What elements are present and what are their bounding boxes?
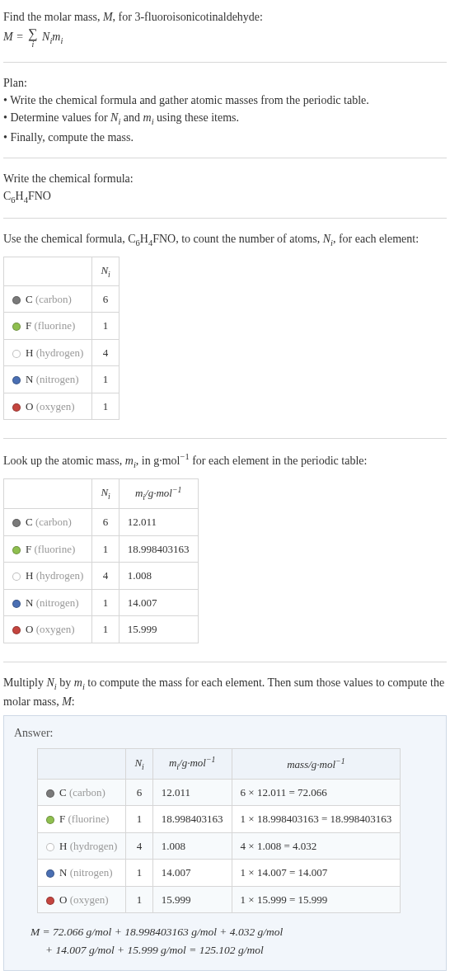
element-dot-icon — [12, 403, 21, 412]
element-cell: F (fluorine) — [38, 806, 126, 833]
var-Ni: Ni — [110, 111, 120, 124]
col-element — [4, 257, 92, 285]
element-dot-icon — [12, 296, 21, 304]
lookup-mass-section: Look up the atomic mass, mi, in g·mol−1 … — [3, 447, 447, 657]
element-cell: C (carbon) — [38, 779, 126, 806]
table-row: O (oxygen)1 — [4, 393, 120, 420]
element-cell: C (carbon) — [4, 509, 92, 536]
n-cell: 6 — [126, 779, 152, 806]
table-row: C (carbon)612.0116 × 12.011 = 72.066 — [38, 779, 401, 806]
element-dot-icon — [12, 626, 21, 634]
sum-symbol: ∑i — [28, 27, 37, 49]
element-cell: O (oxygen) — [38, 886, 126, 913]
text: and — [120, 111, 143, 124]
table-row: C (carbon)612.011 — [4, 509, 199, 536]
var-M: M — [3, 31, 13, 43]
element-cell: H (hydrogen) — [4, 339, 92, 366]
multiply-section: Multiply Ni by mi to compute the mass fo… — [3, 671, 447, 980]
element-dot-icon — [12, 519, 21, 527]
text: , for each element: — [333, 233, 419, 245]
element-dot-icon — [12, 350, 21, 358]
table-row: C (carbon)6 — [4, 285, 120, 313]
n-cell: 1 — [92, 366, 119, 393]
mass-cell: 6 × 12.011 = 72.066 — [232, 779, 401, 806]
answer-table: Ni mi/g·mol−1 mass/g·mol−1 C (carbon)612… — [37, 748, 401, 913]
text: Use the chemical formula, — [3, 233, 128, 245]
n-cell: 1 — [126, 806, 152, 833]
text: • Determine values for — [3, 111, 110, 124]
text: for each element in the periodic table: — [190, 455, 368, 467]
count-line: Use the chemical formula, C6H4FNO, to co… — [3, 230, 447, 250]
table-row: H (hydrogen)41.008 — [4, 563, 199, 590]
chemical-formula-inline: C6H4FNO — [128, 233, 176, 245]
chemical-formula: C6H4FNO — [3, 187, 447, 207]
plan-section: Plan: • Write the chemical formula and g… — [3, 71, 447, 154]
count-table: Ni C (carbon)6 F (fluorine)1 H (hydrogen… — [3, 257, 120, 421]
element-dot-icon — [46, 869, 54, 878]
element-cell: O (oxygen) — [4, 393, 92, 420]
m-cell: 14.007 — [119, 589, 198, 616]
n-cell: 1 — [126, 860, 152, 887]
element-dot-icon — [46, 789, 54, 798]
element-dot-icon — [12, 546, 21, 554]
var-mi: mi — [143, 111, 154, 124]
term-mi: mi — [52, 31, 63, 43]
text: Find the molar mass, — [3, 11, 103, 23]
divider — [3, 438, 447, 439]
n-cell: 1 — [92, 393, 119, 420]
answer-box: Answer: Ni mi/g·mol−1 mass/g·mol−1 C (ca… — [3, 715, 447, 971]
sum-index: i — [31, 40, 34, 49]
element-cell: F (fluorine) — [4, 535, 92, 563]
n-cell: 1 — [92, 616, 119, 643]
text: by — [57, 676, 74, 689]
table-row: O (oxygen)115.999 — [4, 616, 199, 643]
element-dot-icon — [12, 323, 21, 331]
plan-heading: Plan: — [3, 74, 447, 92]
m-cell: 12.011 — [119, 509, 198, 536]
n-cell: 1 — [92, 313, 119, 340]
m-cell: 1.008 — [152, 832, 232, 860]
var-M: M — [103, 11, 113, 23]
m-cell: 18.998403163 — [152, 806, 232, 833]
divider — [3, 218, 447, 219]
n-cell: 6 — [92, 509, 119, 536]
table-row: F (fluorine)1 — [4, 313, 120, 340]
col-element — [38, 749, 126, 780]
element-dot-icon — [46, 843, 54, 851]
mass-cell: 4 × 1.008 = 4.032 — [232, 832, 401, 860]
n-cell: 1 — [92, 535, 119, 563]
term-Ni: Ni — [42, 31, 52, 43]
problem-statement: Find the molar mass, M, for 3-fluoroison… — [3, 5, 447, 59]
table-row: H (hydrogen)41.0084 × 1.008 = 4.032 — [38, 832, 401, 860]
element-cell: N (nitrogen) — [4, 366, 92, 393]
plan-bullet: • Determine values for Ni and mi using t… — [3, 109, 447, 129]
m-cell: 14.007 — [152, 860, 232, 887]
exp: −1 — [180, 452, 189, 461]
m-cell: 18.998403163 — [119, 535, 198, 563]
m-cell: 12.011 — [152, 779, 232, 806]
element-cell: N (nitrogen) — [38, 860, 126, 887]
mass-cell: 1 × 15.999 = 15.999 — [232, 886, 401, 913]
table-row: H (hydrogen)4 — [4, 339, 120, 366]
var-M: M — [62, 695, 72, 708]
var-mi: mi — [125, 455, 136, 467]
col-Ni: Ni — [92, 257, 119, 285]
plan-bullet: • Finally, compute the mass. — [3, 129, 447, 146]
var-mi: mi — [74, 676, 85, 689]
table-row: F (fluorine)118.9984031631 × 18.99840316… — [38, 806, 401, 833]
n-cell: 4 — [126, 832, 152, 860]
table-row: N (nitrogen)114.0071 × 14.007 = 14.007 — [38, 860, 401, 887]
text: using these items. — [154, 111, 239, 124]
final-sum: M = 72.066 g/mol + 18.998403163 g/mol + … — [30, 923, 436, 959]
table-header-row: Ni — [4, 257, 120, 285]
col-Ni: Ni — [126, 749, 152, 780]
m-cell: 15.999 — [119, 616, 198, 643]
final-line-2: + 14.007 g/mol + 15.999 g/mol = 125.102 … — [30, 941, 436, 959]
table-row: O (oxygen)115.9991 × 15.999 = 15.999 — [38, 886, 401, 913]
text: , to count the number of atoms, — [176, 233, 322, 245]
divider — [3, 662, 447, 662]
text: , for 3-fluoroisonicotinaldehyde: — [113, 11, 263, 23]
m-cell: 1.008 — [119, 563, 198, 590]
text: Look up the atomic mass, — [3, 455, 125, 467]
col-mass: mass/g·mol−1 — [232, 749, 401, 780]
